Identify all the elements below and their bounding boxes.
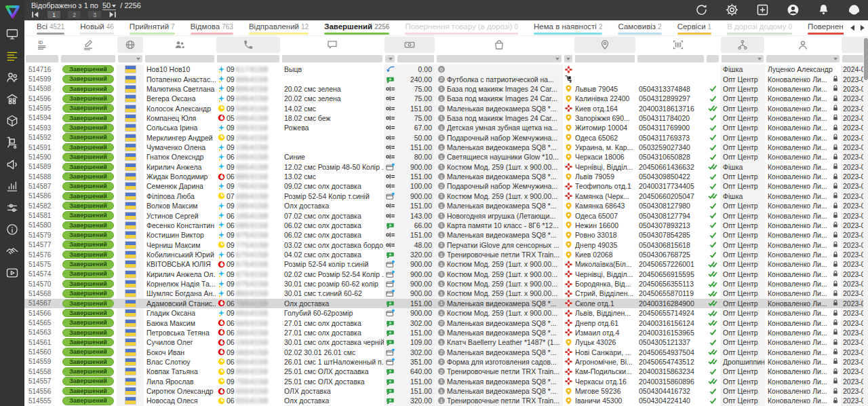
filter-input[interactable] [282,55,382,62]
table-row[interactable]: 514568ЗавершенийШумляс Богдана Ан...0686… [24,289,868,298]
sidebar-item-orders[interactable] [5,49,19,62]
sidebar-item-monitor[interactable] [5,27,19,41]
table-row[interactable]: 514579ЗавершенийКостишин Виктор099754158… [24,230,868,240]
table-row[interactable]: 514555ЗавершенийНовосад Олеся065554158Ол… [24,396,868,405]
tab-відмова[interactable]: Відмова763 [191,20,233,35]
column-header-id[interactable]: ID [24,36,60,54]
tab-завершений[interactable]: Завершений2256 [324,20,389,35]
tab-всі[interactable]: Всі4521 [37,20,64,35]
sidebar-item-statistics[interactable] [5,179,19,193]
table-row[interactable]: 514574ЗавершенийКирилич Анжела Ол...0947… [24,270,868,279]
column-header-comment[interactable] [281,36,384,54]
sidebar-item-info[interactable] [5,223,19,236]
tab-в-дорозі-додому[interactable]: В дорозі додому0 [727,20,792,35]
sidebar-item-warehouse[interactable] [5,92,19,106]
table-row[interactable]: 514589ЗавершенийКирилич Анжела0998541581… [24,162,868,172]
column-header-blank[interactable] [563,36,574,54]
column-header-pin[interactable] [574,36,636,54]
app-logo[interactable] [0,0,24,23]
table-row[interactable]: 514559ЗавершенийВлас Слотюу06955415826.0… [24,357,868,367]
last-page-icon[interactable] [108,11,117,18]
tab-повернення-товару-в-дорозі-[interactable]: Повернення товару (в дорозі)0 [405,20,518,35]
filter-input[interactable] [766,55,840,62]
page-number-3[interactable]: 3 [88,11,101,18]
add-icon[interactable] [755,3,770,17]
table-row[interactable]: 514587ЗавершенийСеменюк Дарина0978541580… [24,181,868,191]
filter-input[interactable] [145,55,214,62]
table-row[interactable]: 514575ЗавершенийКВІТОВСЬКА ЮЛІЯ095754158… [24,259,868,269]
tab-нема-в-наявності[interactable]: Нема в наявності2 [534,20,602,35]
table-row[interactable]: 514557ЗавершенийЛила Ярослав09755415825.… [24,377,868,386]
tab-відправлений[interactable]: Відправлений12 [249,20,309,35]
sidebar-item-video[interactable] [5,266,19,280]
table-row[interactable]: 514570ЗавершенийКорнелюк Надія Та...0907… [24,279,868,289]
table-row[interactable]: 514560ЗавершенийБокоч Иван09065415802.02… [24,347,868,356]
filter-input[interactable] [564,55,572,62]
table-row[interactable]: 514581ЗавершенийУстинов Сергей0618541580… [24,210,868,220]
table-row[interactable]: 514592ЗавершенийМерклингер Андрей0929541… [24,133,868,143]
filter-input[interactable] [722,55,764,62]
table-row[interactable]: 514567ЗавершенийАдамовский Станис...0676… [24,299,868,308]
column-header-phone[interactable] [216,36,281,54]
gear-icon[interactable] [725,3,739,17]
table-row[interactable]: 514596ЗавершенийВегера Оксана09695415820… [24,94,868,103]
table-row[interactable]: 514576ЗавершенийКобилинський Юрий0667541… [24,250,868,259]
filter-input[interactable] [637,55,704,62]
notifications-icon[interactable] [816,3,831,17]
tab-сервіси[interactable]: Сервіси1 [677,20,712,35]
column-header-people2[interactable] [144,36,216,54]
page-number-2[interactable]: 2 [68,11,81,18]
tab-прийнятий[interactable]: Прийнятий7 [130,20,175,35]
table-row[interactable]: 514590ЗавершенийГнатюк Олексндр060954158… [24,152,868,162]
sidebar-item-products[interactable] [5,114,19,128]
column-header-person[interactable] [765,36,841,54]
tab-повернення-завершений-[interactable]: Повернення (завершений)125 [808,20,844,35]
filter-input[interactable] [397,55,434,62]
scrollbar-thumb[interactable] [864,38,868,80]
sidebar-item-supply[interactable] [5,136,19,149]
table-row[interactable]: 514599ЗавершенийПотапенко Анастас...0999… [24,74,868,84]
table-row[interactable]: 514565ЗавершенийБаюка Максим06565415827.… [24,318,868,327]
table-row[interactable]: 514563ЗавершенийПетровська Тетяна0636541… [24,328,868,337]
table-row[interactable]: 514591ЗавершенийЧумаченко Олена091954158… [24,143,868,152]
tabs-scroll-right-icon[interactable] [860,24,865,31]
filter-input[interactable] [575,55,635,62]
column-header-bag[interactable] [435,36,563,54]
table-row[interactable]: 514577ЗавершенийЧерниш Максим09775415803… [24,240,868,249]
tabs-scroll-left-icon[interactable] [850,24,855,31]
table-row[interactable]: 514558ЗавершенийКовпак Татьяна0985541582… [24,367,868,376]
filter-input[interactable] [26,55,58,62]
column-header-globe[interactable] [117,36,144,54]
table-row[interactable]: 514556ЗавершенийСиротюк Олександр0965541… [24,386,868,396]
filter-input[interactable] [217,55,279,62]
vertical-scrollbar[interactable] [863,36,868,406]
sidebar-item-customers[interactable] [5,71,19,84]
filter-input[interactable] [385,55,395,62]
refresh-icon[interactable] [694,3,709,17]
table-row[interactable]: 514593ЗавершенийСольська Ірина093954158Р… [24,123,868,132]
column-header-barcode[interactable] [636,36,720,54]
tab-новый[interactable]: Новый46 [80,20,114,35]
account-icon[interactable] [786,3,800,17]
table-row[interactable]: 514594ЗавершенийКомпанец Юля05495415818.… [24,113,868,123]
table-row[interactable]: 514580ЗавершенийФесенко Константин060854… [24,221,868,230]
table-row[interactable]: 514716ЗавершенийНов10 Нов10096174158Выцв… [24,64,868,74]
table-row[interactable]: 514598ЗавершенийМалютина Светлана0989541… [24,84,868,94]
filter-input[interactable] [61,55,115,62]
table-row[interactable]: 514566ЗавершенийГладик Оксана096654158Го… [24,308,868,318]
filter-input[interactable] [707,55,719,62]
table-row[interactable]: 514588ЗавершенийЖидак Володимир068854158… [24,172,868,181]
filter-input[interactable] [437,55,561,62]
table-row[interactable]: 514595ЗавершенийКолосок Александр0959541… [24,103,868,113]
table-row[interactable]: 514586ЗавершенийФіліпова Люба076854158Ро… [24,191,868,201]
sidebar-item-partners[interactable] [5,244,19,258]
column-header-money[interactable] [384,36,435,54]
page-number-1[interactable]: 1 [47,11,60,18]
sidebar-item-marketing[interactable] [5,158,19,171]
table-row[interactable]: 514582ЗавершенийВолков Максим092854158Ол… [24,201,868,210]
sidebar-item-settings[interactable] [5,201,19,215]
first-page-icon[interactable] [31,11,40,18]
table-row[interactable]: 514561ЗавершенийСучилов Олег06165415830.… [24,337,868,347]
column-header-sitemap[interactable] [720,36,765,54]
support-icon[interactable] [847,3,861,17]
